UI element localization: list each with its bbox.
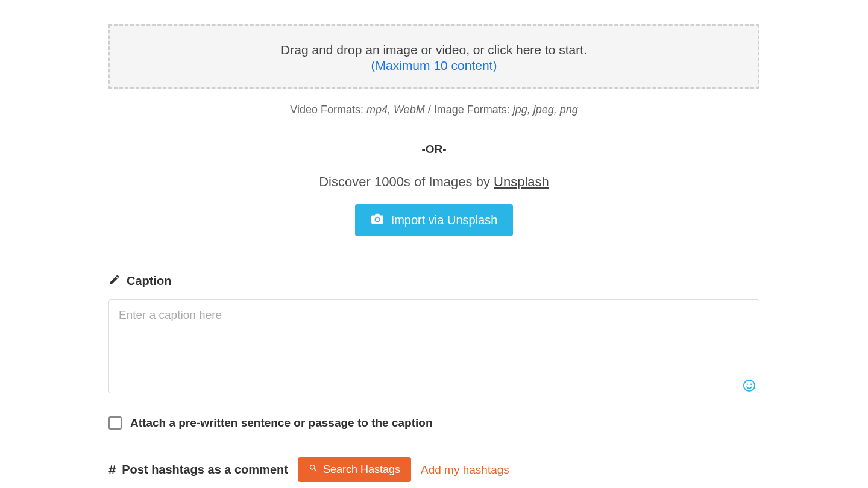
discover-text: Discover 1000s of Images by Unsplash [108, 174, 760, 190]
attach-prewritten-checkbox[interactable] [108, 416, 122, 430]
import-unsplash-button[interactable]: Import via Unsplash [355, 204, 514, 236]
media-dropzone[interactable]: Drag and drop an image or video, or clic… [108, 24, 760, 89]
hashtag-heading: # Post hashtags as a comment [108, 462, 288, 478]
dropzone-instruction: Drag and drop an image or video, or clic… [116, 43, 752, 57]
video-formats-label: Video Formats: [290, 104, 366, 116]
formats-separator: / [425, 104, 434, 116]
hashtag-heading-text: Post hashtags as a comment [122, 463, 288, 477]
discover-prefix: Discover 1000s of Images by [319, 174, 494, 189]
format-info: Video Formats: mp4, WebM / Image Formats… [108, 104, 760, 116]
hash-icon: # [108, 462, 116, 478]
add-my-hashtags-link[interactable]: Add my hashtags [421, 463, 509, 477]
hashtag-heading-row: # Post hashtags as a comment Search Hast… [108, 457, 760, 482]
caption-heading-text: Caption [127, 274, 171, 288]
emoji-picker-button[interactable] [743, 379, 756, 392]
import-button-wrap: Import via Unsplash [108, 204, 760, 236]
unsplash-link[interactable]: Unsplash [494, 174, 549, 189]
caption-heading: Caption [108, 274, 760, 289]
image-formats-values: jpg, jpeg, png [513, 104, 578, 116]
attach-prewritten-row[interactable]: Attach a pre-written sentence or passage… [108, 416, 760, 430]
emoji-icon [743, 385, 756, 394]
search-hashtags-label: Search Hastags [323, 463, 400, 476]
upload-form-container: Drag and drop an image or video, or clic… [108, 0, 760, 488]
video-formats-values: mp4, WebM [366, 104, 425, 116]
svg-point-1 [747, 384, 748, 385]
image-formats-label: Image Formats: [434, 104, 513, 116]
search-hashtags-button[interactable]: Search Hastags [298, 457, 411, 482]
caption-box [108, 299, 760, 396]
svg-point-2 [750, 384, 752, 385]
svg-point-0 [744, 380, 755, 391]
or-separator: -OR- [108, 143, 760, 156]
edit-icon [108, 274, 121, 289]
search-icon [309, 463, 318, 476]
camera-icon [371, 213, 384, 228]
attach-prewritten-label: Attach a pre-written sentence or passage… [130, 416, 433, 430]
caption-textarea[interactable] [108, 299, 760, 393]
import-button-label: Import via Unsplash [391, 213, 498, 227]
dropzone-max-note: (Maximum 10 content) [116, 58, 752, 73]
